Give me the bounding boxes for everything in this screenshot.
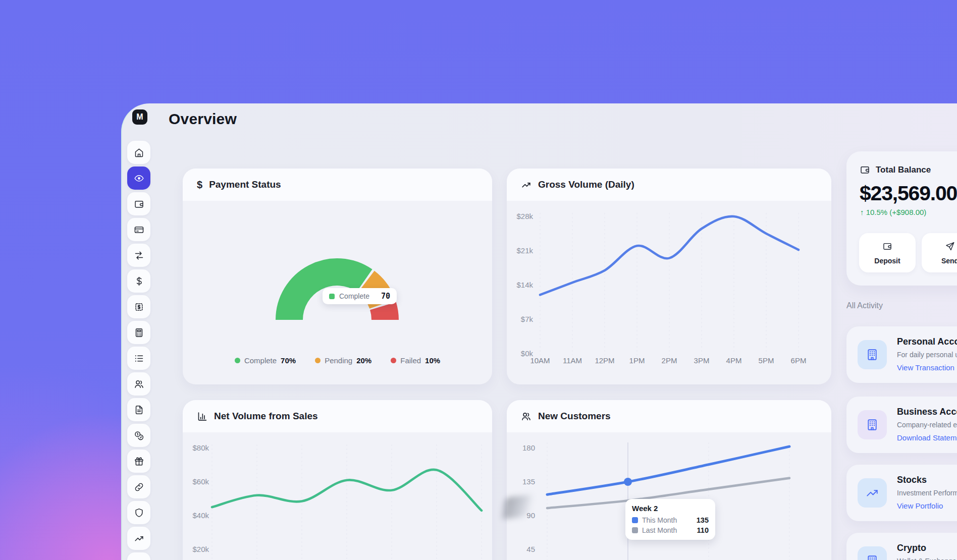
total-balance-label: Total Balance <box>876 165 931 175</box>
shield-icon <box>134 508 144 518</box>
sidebar-item-file[interactable] <box>127 398 150 421</box>
activity-card-business-account[interactable]: Business Account Company-related expense… <box>846 397 957 453</box>
eye-icon <box>134 173 144 184</box>
svg-text:5PM: 5PM <box>759 356 774 365</box>
tooltip-label: Complete <box>339 292 369 300</box>
legend-value: 20% <box>356 356 371 365</box>
sidebar-item-link[interactable] <box>127 475 150 498</box>
sidebar-item-credit-card[interactable] <box>127 218 150 241</box>
svg-text:6PM: 6PM <box>791 356 807 365</box>
home-icon <box>134 147 144 158</box>
gross-volume-title: Gross Volume (Daily) <box>538 179 634 190</box>
activity-link[interactable]: View Transaction <box>897 363 954 372</box>
sidebar-item-transfer[interactable] <box>127 244 150 267</box>
activity-link[interactable]: Download Statement <box>897 433 957 442</box>
total-balance-card: Total Balance $23,569.00 ↑ 10.5% (+$908.… <box>846 151 957 286</box>
tooltip-row: This Month 135 <box>632 516 709 524</box>
total-balance-amount: $23,569.00 <box>860 182 957 205</box>
sidebar-item-shield[interactable] <box>127 501 150 524</box>
new-customers-title: New Customers <box>538 411 611 422</box>
svg-text:$80k: $80k <box>192 443 209 452</box>
dollar-icon: $ <box>197 179 202 191</box>
activity-link[interactable]: View Portfolio <box>897 501 943 510</box>
svg-text:1PM: 1PM <box>629 356 645 365</box>
legend-item-failed: Failed 10% <box>391 356 440 365</box>
payment-status-title: Payment Status <box>209 179 281 190</box>
sidebar <box>127 141 150 560</box>
sidebar-item-wallet[interactable] <box>127 192 150 215</box>
sidebar-item-users[interactable] <box>127 372 150 396</box>
tooltip-row: Last Month 110 <box>632 526 709 534</box>
activity-title: Business Account <box>897 407 957 417</box>
legend-value: 70% <box>281 356 296 365</box>
link-icon <box>134 482 144 492</box>
cursor-smudge <box>502 494 532 519</box>
payment-status-header: $ Payment Status <box>183 169 492 201</box>
new-customers-chart: 1801359045 <box>507 432 831 560</box>
svg-text:$7k: $7k <box>521 315 534 323</box>
sidebar-item-trending-up[interactable] <box>127 527 150 550</box>
action-label: Deposit <box>874 257 900 265</box>
svg-text:3PM: 3PM <box>694 356 710 365</box>
payment-status-card: $ Payment Status Complete 70 Complete 70… <box>183 169 492 384</box>
send-button[interactable]: Send <box>922 233 957 272</box>
activity-subtitle: Investment Performance <box>897 489 957 497</box>
users-icon <box>134 379 144 389</box>
new-customers-tooltip: Week 2 This Month 135 Last Month 110 <box>625 499 715 540</box>
activity-card-personal-account[interactable]: Personal Account For daily personal use … <box>846 326 957 383</box>
legend-label: Complete <box>244 356 277 365</box>
net-volume-card: Net Volume from Sales $80k$60k$40k$20k <box>183 400 492 560</box>
trending-up-icon <box>134 533 144 544</box>
svg-text:10AM: 10AM <box>530 356 550 365</box>
svg-text:$21k: $21k <box>516 246 533 255</box>
activity-title: Stocks <box>897 475 927 485</box>
sidebar-item-coins[interactable] <box>127 424 150 447</box>
svg-text:$40k: $40k <box>192 511 209 520</box>
balance-actions: DepositSend <box>859 233 957 272</box>
wallet-icon <box>134 199 144 209</box>
wallet-icon <box>882 241 892 253</box>
deposit-button[interactable]: Deposit <box>859 233 916 272</box>
activity-title: Personal Account <box>897 337 957 347</box>
svg-text:$28k: $28k <box>516 212 533 220</box>
app-logo-letter: M <box>136 113 143 122</box>
activity-card-crypto[interactable]: Crypto Wallet & Exchange <box>846 533 957 560</box>
receipt-icon <box>134 302 144 312</box>
sidebar-item-dollar[interactable] <box>127 269 150 293</box>
app-logo[interactable]: M <box>132 109 147 125</box>
net-volume-chart: $80k$60k$40k$20k <box>183 432 492 560</box>
sidebar-item-receipt[interactable] <box>127 295 150 318</box>
activity-card-stocks[interactable]: Stocks Investment Performance View Portf… <box>846 465 957 521</box>
gross-volume-header: Gross Volume (Daily) <box>507 169 831 201</box>
legend-label: Pending <box>325 356 352 365</box>
sidebar-item-calculator[interactable] <box>127 321 150 344</box>
activity-subtitle: Wallet & Exchange <box>897 557 956 560</box>
svg-text:180: 180 <box>522 443 535 452</box>
trending-up-icon <box>858 478 887 508</box>
svg-text:$20k: $20k <box>192 545 209 553</box>
page-title: Overview <box>169 110 237 128</box>
svg-text:4PM: 4PM <box>726 356 742 365</box>
calculator-icon <box>134 327 144 338</box>
tooltip-series-label: Last Month <box>642 526 677 534</box>
total-balance-delta: ↑ 10.5% (+$908.00) <box>860 208 926 216</box>
legend-dot <box>235 358 240 363</box>
tooltip-series-value: 135 <box>697 516 709 524</box>
legend-label: Failed <box>400 356 421 365</box>
sidebar-item-gift[interactable] <box>127 450 150 473</box>
tooltip-title: Week 2 <box>632 504 709 513</box>
svg-text:135: 135 <box>522 477 535 486</box>
sidebar-item-device[interactable] <box>127 552 150 560</box>
activity-subtitle: For daily personal use <box>897 351 957 359</box>
send-icon <box>945 241 955 253</box>
sidebar-item-list[interactable] <box>127 347 150 370</box>
new-customers-header: New Customers <box>507 400 831 432</box>
trending-up-icon <box>521 180 531 190</box>
svg-text:12PM: 12PM <box>595 356 614 365</box>
app-window: M Overview $ Payment Status Complete 70 … <box>121 103 957 560</box>
sidebar-item-home[interactable] <box>127 141 150 164</box>
wallet-icon <box>860 164 870 175</box>
file-icon <box>134 405 144 415</box>
sidebar-item-eye[interactable] <box>127 166 150 190</box>
legend-dot <box>391 358 396 363</box>
